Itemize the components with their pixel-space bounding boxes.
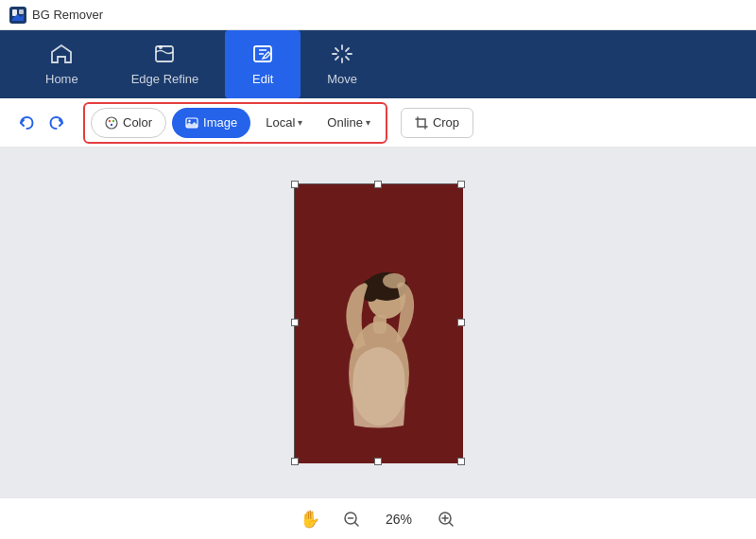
image-label: Image (203, 115, 237, 130)
app-title: BG Remover (32, 8, 103, 22)
nav-item-move[interactable]: Move (301, 30, 384, 98)
nav-label-home: Home (45, 72, 78, 86)
home-icon (50, 43, 73, 68)
hand-icon: ✋ (300, 509, 320, 530)
color-label: Color (123, 115, 152, 130)
nav-item-home[interactable]: Home (19, 30, 105, 98)
svg-point-9 (111, 123, 112, 125)
color-button[interactable]: Color (91, 108, 166, 138)
svg-point-6 (106, 117, 117, 129)
handle-top-center[interactable] (374, 181, 382, 188)
crop-label: Crop (433, 115, 459, 130)
online-chevron-icon: ▾ (366, 117, 370, 128)
zoom-in-button[interactable] (433, 506, 459, 532)
svg-rect-18 (373, 315, 387, 334)
local-label: Local (266, 115, 295, 130)
local-dropdown-button[interactable]: Local ▾ (256, 108, 312, 138)
crop-button[interactable]: Crop (401, 108, 473, 138)
handle-top-left[interactable] (291, 181, 299, 188)
toolbar: Color Image Local ▾ Online ▾ Crop (0, 98, 756, 148)
crop-icon (415, 116, 428, 130)
svg-line-25 (450, 522, 454, 526)
app-logo-icon (9, 7, 26, 24)
nav-bar: Home Edge Refine Edit Move (0, 30, 756, 98)
zoom-out-icon (343, 511, 360, 528)
redo-button[interactable] (43, 110, 70, 136)
move-icon (331, 43, 353, 68)
image-button[interactable]: Image (172, 108, 250, 138)
zoom-level-display: 26% (380, 512, 418, 527)
svg-point-17 (383, 273, 405, 288)
handle-bottom-right[interactable] (457, 458, 465, 465)
online-label: Online (327, 115, 363, 130)
redo-icon (48, 114, 65, 131)
edit-icon (251, 43, 274, 68)
svg-line-21 (355, 522, 359, 526)
undo-button[interactable] (13, 110, 40, 136)
undo-icon (18, 114, 35, 131)
nav-item-edge-refine[interactable]: Edge Refine (105, 30, 226, 98)
svg-point-7 (109, 119, 111, 121)
nav-item-edit[interactable]: Edit (225, 30, 301, 98)
image-icon (185, 116, 198, 130)
svg-rect-2 (19, 9, 24, 14)
undo-redo-group (13, 110, 70, 136)
svg-point-8 (112, 119, 114, 121)
handle-bottom-center[interactable] (374, 458, 382, 465)
bg-options-group: Color Image Local ▾ Online ▾ (83, 102, 387, 144)
handle-bottom-left[interactable] (291, 458, 299, 465)
handle-top-right[interactable] (457, 181, 465, 188)
edge-refine-icon (153, 43, 176, 68)
local-chevron-icon: ▾ (298, 117, 302, 128)
handle-middle-right[interactable] (457, 319, 465, 326)
title-bar: BG Remover (0, 0, 756, 30)
zoom-out-button[interactable] (338, 506, 365, 532)
handle-middle-left[interactable] (291, 319, 299, 326)
svg-rect-3 (156, 46, 173, 61)
canvas-image (295, 184, 463, 463)
zoom-in-icon (438, 511, 455, 528)
nav-label-edge-refine: Edge Refine (131, 72, 199, 86)
bottom-bar: ✋ 26% (0, 497, 756, 539)
svg-point-4 (159, 45, 163, 49)
image-canvas (294, 183, 462, 462)
hand-tool-button[interactable]: ✋ (297, 506, 323, 532)
nav-label-edit: Edit (252, 72, 273, 86)
canvas-area (0, 148, 756, 497)
svg-point-11 (188, 119, 190, 121)
color-palette-icon (105, 116, 118, 130)
online-dropdown-button[interactable]: Online ▾ (318, 108, 380, 138)
nav-label-move: Move (327, 72, 357, 86)
